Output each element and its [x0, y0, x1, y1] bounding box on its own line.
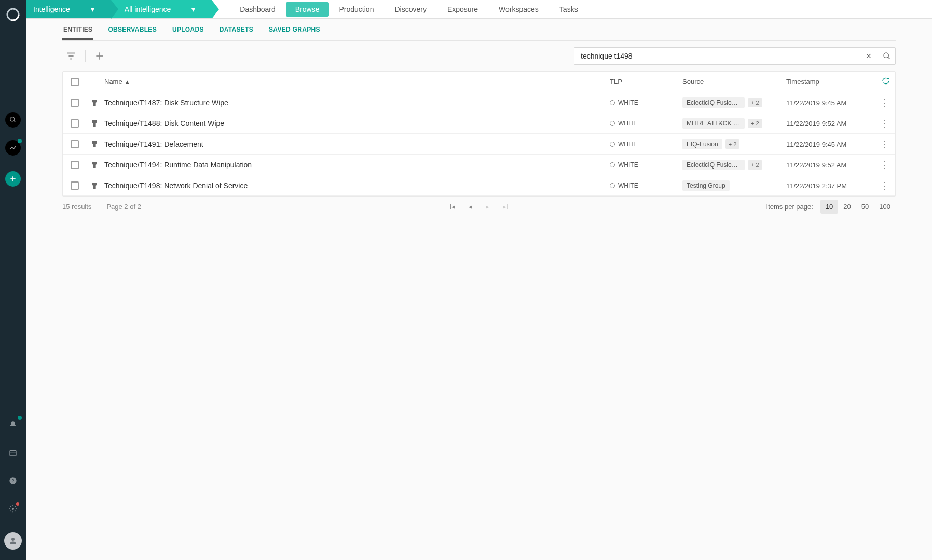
table-row[interactable]: Technique/T1494: Runtime Data Manipulati…	[63, 155, 895, 175]
tlp-badge: WHITE	[610, 99, 638, 106]
sort-asc-icon: ▲	[125, 79, 130, 85]
timestamp: 11/22/2019 9:52 AM	[786, 120, 846, 128]
page-next-icon: ▸	[486, 203, 489, 211]
clear-search-icon[interactable]: ✕	[860, 47, 878, 65]
nav-workspaces[interactable]: Workspaces	[488, 0, 549, 18]
items-per-page-100[interactable]: 100	[874, 200, 896, 214]
breadcrumb-primary-label: Intelligence	[33, 5, 70, 13]
entity-type-icon	[87, 119, 102, 128]
timestamp: 11/22/2019 9:52 AM	[786, 161, 846, 169]
app-logo[interactable]	[6, 7, 20, 22]
tab-datasets[interactable]: DATASETS	[218, 20, 254, 40]
tlp-badge: WHITE	[610, 182, 638, 189]
avatar[interactable]	[4, 532, 22, 550]
source-chip[interactable]: MITRE ATT&CK Enter	[682, 118, 745, 129]
source-chip[interactable]: EclecticIQ Fusion Cen	[682, 97, 745, 108]
col-name[interactable]: Name ▲	[102, 78, 610, 86]
nav-tasks[interactable]: Tasks	[549, 0, 588, 18]
col-source[interactable]: Source	[682, 78, 786, 86]
page-indicator: Page 2 of 2	[106, 203, 141, 211]
breadcrumb-secondary[interactable]: All intelligence ▾	[111, 0, 212, 18]
svg-line-3	[14, 121, 16, 122]
table-row[interactable]: Technique/T1487: Disk Structure Wipe WHI…	[63, 92, 895, 113]
entity-name-link[interactable]: Technique/T1498: Network Denial of Servi…	[104, 181, 248, 190]
refresh-icon[interactable]	[882, 77, 890, 87]
row-checkbox[interactable]	[71, 119, 79, 128]
tab-uploads[interactable]: UPLOADS	[171, 20, 205, 40]
tab-entities[interactable]: ENTITIES	[62, 20, 93, 40]
svg-point-2	[10, 117, 15, 121]
row-menu-icon[interactable]: ⋮	[880, 181, 889, 190]
tlp-badge: WHITE	[610, 161, 638, 169]
items-per-page-20[interactable]: 20	[838, 200, 856, 214]
page-last-icon: ▸I	[503, 203, 509, 211]
svg-point-10	[12, 508, 14, 510]
timestamp: 11/22/2019 9:45 AM	[786, 141, 846, 148]
nav-exposure[interactable]: Exposure	[437, 0, 488, 18]
add-button[interactable]	[5, 171, 21, 187]
timestamp: 11/22/2019 9:45 AM	[786, 99, 846, 107]
svg-point-17	[884, 53, 888, 58]
filter-icon[interactable]	[62, 47, 80, 65]
table-row[interactable]: Technique/T1491: Defacement WHITE EIQ-Fu…	[63, 134, 895, 155]
nav-dashboard[interactable]: Dashboard	[229, 0, 286, 18]
entity-name-link[interactable]: Technique/T1494: Runtime Data Manipulati…	[104, 161, 252, 169]
items-per-page-10[interactable]: 10	[820, 200, 838, 214]
items-per-page-50[interactable]: 50	[856, 200, 874, 214]
tlp-badge: WHITE	[610, 120, 638, 127]
entity-name-link[interactable]: Technique/T1491: Defacement	[104, 140, 203, 148]
tab-observables[interactable]: OBSERVABLES	[107, 20, 158, 40]
help-icon[interactable]: ?	[5, 473, 21, 488]
row-checkbox[interactable]	[71, 99, 79, 107]
search-submit-icon[interactable]	[878, 47, 895, 65]
source-more-chip[interactable]: + 2	[748, 119, 762, 128]
bell-icon[interactable]	[5, 417, 21, 432]
chevron-down-icon: ▾	[91, 5, 94, 13]
tlp-badge: WHITE	[610, 141, 638, 148]
nav-production[interactable]: Production	[329, 0, 385, 18]
add-icon[interactable]	[91, 47, 108, 65]
select-all-checkbox[interactable]	[71, 78, 79, 86]
entity-type-icon	[87, 181, 102, 190]
page-prev-icon[interactable]: ◂	[469, 203, 472, 211]
page-first-icon[interactable]: I◂	[449, 203, 455, 211]
table-row[interactable]: Technique/T1498: Network Denial of Servi…	[63, 175, 895, 196]
breadcrumb-primary[interactable]: Intelligence ▾	[26, 0, 111, 18]
source-chip[interactable]: Testing Group	[682, 180, 730, 191]
col-timestamp[interactable]: Timestamp	[786, 78, 874, 86]
row-menu-icon[interactable]: ⋮	[880, 119, 889, 128]
row-menu-icon[interactable]: ⋮	[880, 139, 889, 149]
source-more-chip[interactable]: + 2	[748, 98, 762, 107]
row-menu-icon[interactable]: ⋮	[880, 98, 889, 107]
nav-browse[interactable]: Browse	[286, 2, 329, 17]
row-checkbox[interactable]	[71, 161, 79, 169]
source-chip[interactable]: EIQ-Fusion	[682, 139, 722, 149]
nav-discovery[interactable]: Discovery	[384, 0, 436, 18]
row-checkbox[interactable]	[71, 181, 79, 190]
source-chip[interactable]: EclecticIQ Fusion Cen	[682, 160, 745, 170]
svg-text:?: ?	[12, 478, 15, 483]
settings-icon[interactable]	[5, 501, 21, 516]
calendar-icon[interactable]	[5, 445, 21, 460]
entity-type-icon	[87, 161, 102, 169]
search-icon[interactable]	[5, 112, 21, 128]
svg-line-18	[888, 57, 889, 59]
svg-point-11	[11, 538, 15, 541]
source-more-chip[interactable]: + 2	[748, 160, 762, 170]
entity-name-link[interactable]: Technique/T1488: Disk Content Wipe	[104, 119, 224, 128]
graph-icon[interactable]	[5, 140, 21, 156]
search-input[interactable]	[574, 52, 860, 60]
entity-type-icon	[87, 140, 102, 148]
col-tlp[interactable]: TLP	[610, 78, 682, 86]
row-checkbox[interactable]	[71, 140, 79, 148]
svg-rect-6	[10, 450, 16, 456]
results-count: 15 results	[62, 203, 91, 211]
table-row[interactable]: Technique/T1488: Disk Content Wipe WHITE…	[63, 113, 895, 134]
entity-type-icon	[87, 99, 102, 107]
entity-name-link[interactable]: Technique/T1487: Disk Structure Wipe	[104, 99, 228, 107]
tab-saved-graphs[interactable]: SAVED GRAPHS	[268, 20, 321, 40]
row-menu-icon[interactable]: ⋮	[880, 160, 889, 170]
source-more-chip[interactable]: + 2	[725, 139, 740, 149]
timestamp: 11/22/2019 2:37 PM	[786, 182, 847, 190]
chevron-down-icon: ▾	[191, 5, 195, 13]
